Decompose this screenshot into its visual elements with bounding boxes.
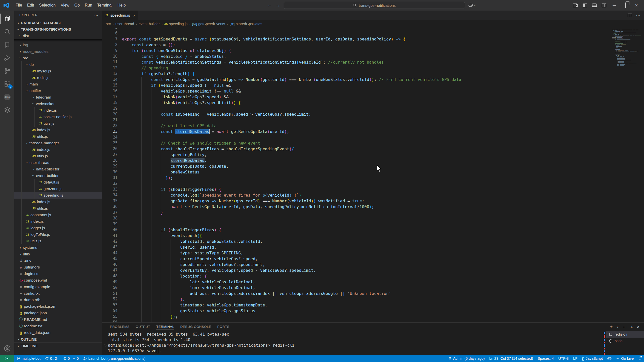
copilot-icon[interactable] [605,355,614,362]
tree-item-logtofile-js[interactable]: JSlogToFile.js [14,231,102,238]
panel-tab-ports[interactable]: PORTS [214,323,232,330]
tree-item-event-builder[interactable]: ›event-builder [14,172,102,179]
tree-item-log[interactable]: ›log [14,42,102,48]
tree-item-telegram[interactable]: ›telegram [14,94,102,101]
tree-item-index-js[interactable]: JSindex.js [14,107,102,114]
broadcast-icon[interactable]: Go Live [614,355,636,362]
minimap[interactable] [612,28,641,67]
tree-item-node-modules[interactable]: ›node_modules [14,48,102,55]
editor-more-actions-icon[interactable]: ⋯ [636,13,640,18]
braces-icon[interactable]: {}JavaScript [580,355,605,362]
tree-item-index-js[interactable]: JSindex.js [14,199,102,205]
copilot-menu[interactable]: ∨ [468,4,476,7]
explorer-icon[interactable] [0,12,14,25]
terminal-output[interactable]: sent 504 bytes received 35 bytes 63.41 b… [102,331,602,355]
section-trans-gps-notifications[interactable]: ›TRANS-GPS-NOTIFICATIONS [14,26,102,33]
toggle-panel-icon[interactable] [592,4,597,7]
extensions-icon[interactable]: 2 [0,77,14,90]
breadcrumb-item-getspeedevents[interactable]: [@]getSpeedEvents [192,22,225,26]
panel-tab-terminal[interactable]: TERMINAL [153,323,177,330]
person-icon[interactable]: Admin (5 days ago) [446,355,487,362]
breadcrumb-item-event-builder[interactable]: event-builder [139,22,160,26]
menu-go[interactable]: Go [72,2,82,9]
breadcrumb-item-storedgpsdatas[interactable]: [@]storedGpsDatas [230,22,262,26]
toggle-secondary-sidebar-icon[interactable] [602,4,606,7]
customize-layout-icon[interactable] [573,4,578,7]
menu-view[interactable]: View [58,2,72,9]
tree-item-websocket[interactable]: ›websocket [14,101,102,107]
tree-item-constants-js[interactable]: JSconstants.js [14,212,102,218]
remote-indicator[interactable]: >< [0,355,14,362]
tree-item-speeding-js[interactable]: JSspeeding.js [14,192,102,199]
tree-item-index-js[interactable]: JSindex.js [14,127,102,133]
breadcrumb-item-user-thread[interactable]: user-thread [115,22,134,26]
close-panel-icon[interactable]: × [637,324,639,330]
tree-item-utils-js[interactable]: JSutils.js [14,120,102,127]
tree-item--login-txt[interactable]: ≡.login.txt [14,270,102,277]
tree-item-redis-data-json[interactable]: {}redis_data.json [14,329,102,336]
run-debug-icon[interactable] [0,51,14,64]
tree-item-utils-js[interactable]: JSutils.js [14,133,102,140]
command-center-search[interactable]: trans-gps-notifications [284,2,465,9]
panel-tab-output[interactable]: OUTPUT [133,323,153,330]
tree-item-systemd[interactable]: ›systemd [14,244,102,251]
tree-item-index-js[interactable]: JSindex.js [14,146,102,153]
tree-item-utils-js[interactable]: JSutils.js [14,238,102,244]
menu-selection[interactable]: Selection [36,2,58,9]
panel-more-actions-icon[interactable]: ⋯ [623,325,627,329]
tree-item-package-json[interactable]: {}package.json [14,310,102,316]
tree-item-mysql-js[interactable]: JSmysql.js [14,68,102,74]
new-terminal-icon[interactable]: + [610,324,613,330]
tab-speeding-js[interactable]: JS speeding.js × [102,11,139,20]
source-control-icon[interactable] [0,64,14,77]
tree-item-default-js[interactable]: JSdefault.js [14,179,102,186]
tree-item-config-txt[interactable]: ≡config.txt [14,290,102,297]
debug-launch-icon[interactable]: Launch bot (trans-gps-notifications) [81,355,148,362]
lightbulb-icon[interactable] [118,130,122,133]
tab-close-icon[interactable]: × [133,13,135,18]
split-editor-icon[interactable] [628,14,632,17]
forward-button[interactable]: → [275,3,280,8]
minimize-button[interactable]: ─ [611,3,617,8]
tree-item-data-collector[interactable]: ›data-collector [14,166,102,172]
tree-item-readme-md[interactable]: ⓘREADME.md [14,316,102,323]
git-branch-icon[interactable]: multiple-bot [14,355,43,362]
account-icon[interactable] [0,342,14,355]
sync-icon[interactable]: 0↓ 2↑ [43,355,61,362]
tree-item-package-lock-json[interactable]: {}package-lock.json [14,303,102,310]
menu-help[interactable]: Help [115,2,128,9]
explorer-more-actions-icon[interactable]: ⋯ [94,13,99,18]
menu-file[interactable]: File [13,2,25,9]
tree-item-dump-rdb[interactable]: ≡dump.rdb [14,297,102,303]
terminal-tab-bash[interactable]: bash [606,338,644,344]
terminal-tab-redis-cli[interactable]: redis-cli [606,331,644,338]
tree-item-main[interactable]: ›main [14,81,102,87]
tree-item-readme-txt[interactable]: ⓘreadme.txt [14,323,102,329]
tree-item--gitignore[interactable]: ◆.gitignore [14,264,102,270]
layers-icon[interactable] [0,104,14,117]
panel-tab-problems[interactable]: PROBLEMS [107,323,133,330]
breadcrumb-item-speeding.js[interactable]: JSspeeding.js [164,22,187,26]
breadcrumb-item-src[interactable]: src [106,22,111,26]
tree-item--env[interactable]: ⚙.env [14,257,102,264]
status-ln-23-col-37-14-selected-[interactable]: Ln 23, Col 37 (14 selected) [487,355,535,362]
tree-item-socket-notifier-js[interactable]: JSsocket-notifier.js [14,114,102,120]
errors-warnings-icon[interactable]: ⊗0△0 [61,355,81,362]
tree-item-utils-js[interactable]: JSutils.js [14,153,102,159]
tree-item-config-example[interactable]: ≡config.example [14,284,102,290]
tree-item-threads-manager[interactable]: ›threads-manager [14,140,102,146]
section-database-database[interactable]: ›DATABASE: DATABASE [14,20,102,26]
restore-button[interactable] [622,3,628,8]
panel-tab-debug-console[interactable]: DEBUG CONSOLE [177,323,214,330]
tree-item-db[interactable]: ›db [14,61,102,68]
tree-item-dist[interactable]: ›dist [14,33,102,39]
back-button[interactable]: ← [267,3,272,8]
tree-item-compose-yml[interactable]: compose.yml [14,277,102,284]
tree-item-notifier[interactable]: ›notifier [14,87,102,94]
menu-edit[interactable]: Edit [25,2,37,9]
bookmarks-icon[interactable] [0,38,14,51]
status-utf-8[interactable]: UTF-8 [556,355,571,362]
tree-item-user-thread[interactable]: ›user-thread [14,159,102,166]
tree-item-redis-js[interactable]: JSredis.js [14,74,102,81]
tree-item-utils-js[interactable]: JSutils.js [14,205,102,212]
